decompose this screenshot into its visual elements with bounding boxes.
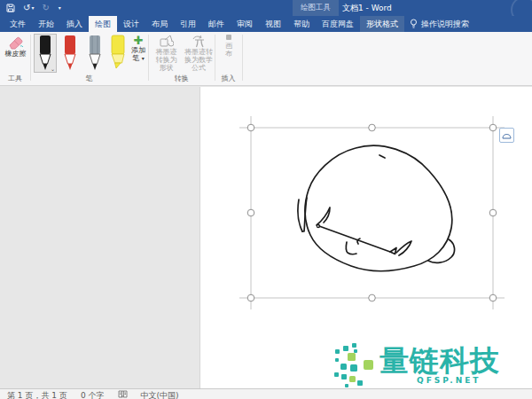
tab-design[interactable]: 设计 bbox=[117, 16, 145, 32]
group-label-insert: 插入 bbox=[215, 74, 242, 83]
highlighter[interactable] bbox=[106, 34, 129, 73]
tab-mailings[interactable]: 邮件 bbox=[202, 16, 231, 32]
handle-mid-right[interactable] bbox=[489, 209, 497, 216]
handle-top-right[interactable] bbox=[489, 124, 497, 131]
undo-icon[interactable]: ↺▾ bbox=[23, 0, 34, 16]
undo-caret-icon[interactable]: ▾ bbox=[31, 0, 34, 16]
word-count[interactable]: 0 个字 bbox=[81, 390, 105, 399]
selection-handles[interactable] bbox=[247, 124, 497, 301]
redo-icon: ↻ bbox=[42, 0, 49, 16]
pencil[interactable] bbox=[83, 34, 106, 73]
page-indicator[interactable]: 第 1 页，共 1 页 bbox=[7, 390, 67, 399]
highlighter-icon bbox=[108, 35, 128, 72]
drawing-canvas-button: 画布 bbox=[221, 35, 237, 58]
red-pen-icon bbox=[60, 35, 80, 72]
tab-references[interactable]: 引用 bbox=[174, 16, 202, 32]
pencil-icon bbox=[85, 35, 105, 72]
ribbon-tab-row: 文件 开始 插入 绘图 设计 布局 引用 邮件 审阅 视图 帮助 百度网盘 形状… bbox=[0, 16, 532, 32]
add-pen-caret-icon: ▾ bbox=[142, 55, 145, 61]
quick-access-toolbar: ↺▾ ↻ ▾ bbox=[6, 0, 61, 16]
handle-bottom-center[interactable] bbox=[369, 294, 376, 301]
tab-file[interactable]: 文件 bbox=[4, 16, 32, 32]
tab-review[interactable]: 审阅 bbox=[231, 16, 259, 32]
handle-bottom-left[interactable] bbox=[247, 294, 254, 301]
handle-mid-left[interactable] bbox=[247, 209, 254, 216]
tab-baidu-netdisk[interactable]: 百度网盘 bbox=[316, 16, 360, 32]
language-indicator[interactable]: 中文(中国) bbox=[141, 390, 179, 399]
group-separator bbox=[242, 35, 243, 81]
eraser-icon bbox=[7, 35, 25, 50]
tab-draw[interactable]: 绘图 bbox=[89, 16, 117, 32]
tab-layout[interactable]: 布局 bbox=[145, 16, 174, 32]
proofing-icon[interactable] bbox=[118, 390, 128, 399]
handle-top-left[interactable] bbox=[247, 124, 254, 131]
ink-to-math-button: 将墨迹转换为数学公式 bbox=[181, 35, 216, 72]
tab-shape-format[interactable]: 形状格式 bbox=[360, 16, 404, 32]
ink-sketch-face bbox=[298, 145, 455, 271]
group-label-pens: 笔 bbox=[30, 74, 148, 83]
ink-to-math-icon bbox=[191, 35, 207, 48]
customize-qat-icon[interactable]: ▾ bbox=[58, 0, 61, 16]
group-label-convert: 转换 bbox=[148, 74, 215, 83]
pen-black[interactable]: ⌄ bbox=[34, 34, 57, 73]
ink-to-shape-button: 将墨迹转换为形状 bbox=[152, 35, 181, 72]
plus-icon: ✚ bbox=[134, 35, 144, 46]
tab-home[interactable]: 开始 bbox=[32, 16, 60, 32]
contextual-tool-group-header: 绘图工具 bbox=[293, 0, 339, 16]
handle-bottom-right[interactable] bbox=[489, 294, 497, 301]
tab-help[interactable]: 帮助 bbox=[287, 16, 316, 32]
layout-options-icon bbox=[502, 131, 512, 139]
group-label-tools: 工具 bbox=[0, 74, 30, 83]
ribbon: 橡皮擦 工具 ⌄ ✚ 添加 bbox=[0, 32, 532, 86]
pen-red[interactable] bbox=[59, 34, 82, 73]
save-icon[interactable] bbox=[6, 4, 15, 12]
window-title: 文档1 - Word bbox=[342, 0, 392, 16]
tab-insert[interactable]: 插入 bbox=[60, 16, 89, 32]
tell-me-search[interactable]: 操作说明搜索 bbox=[404, 16, 474, 32]
tab-view[interactable]: 视图 bbox=[259, 16, 287, 32]
canvas-icon bbox=[226, 35, 231, 40]
layout-options-button[interactable] bbox=[499, 128, 514, 143]
title-bar: ↺▾ ↻ ▾ 绘图工具 文档1 - Word bbox=[0, 0, 532, 16]
handle-top-center[interactable] bbox=[369, 124, 376, 131]
ink-drawing-object[interactable] bbox=[200, 87, 532, 388]
eraser-button[interactable]: 橡皮擦 bbox=[2, 35, 29, 58]
add-pen-button[interactable]: ✚ 添加 笔 ▾ bbox=[129, 35, 148, 62]
pen-options-caret-icon[interactable]: ⌄ bbox=[51, 66, 55, 72]
lightbulb-icon bbox=[410, 19, 418, 29]
status-bar: 第 1 页，共 1 页 0 个字 中文(中国) bbox=[0, 388, 532, 399]
ink-to-shape-icon bbox=[159, 35, 174, 48]
